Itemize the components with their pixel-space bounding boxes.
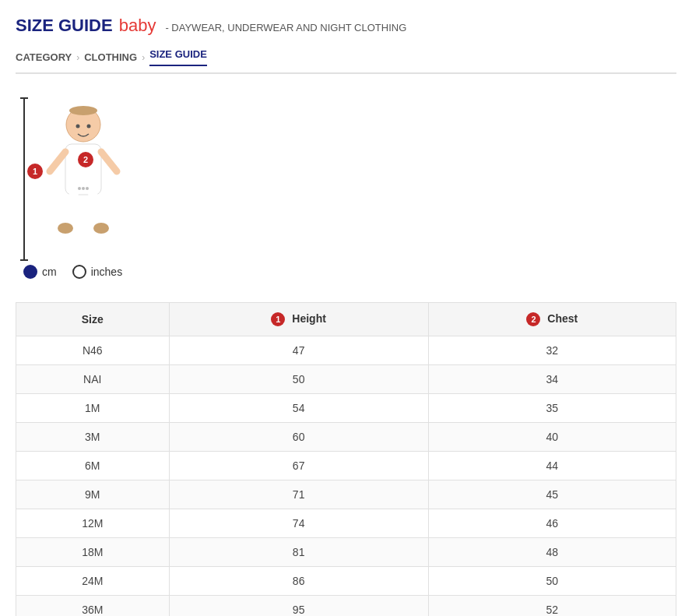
table-row: 6M6744 — [16, 452, 676, 480]
unit-cm[interactable]: cm — [23, 265, 57, 279]
table-row: 24M8650 — [16, 567, 676, 596]
svg-line-5 — [68, 193, 74, 226]
unit-inches-label: inches — [91, 266, 122, 278]
cell-height: 74 — [169, 509, 428, 538]
table-row: 1M5435 — [16, 394, 676, 423]
title-sub: baby — [119, 16, 156, 36]
cell-size: 6M — [16, 452, 170, 480]
unit-cm-label: cm — [42, 266, 57, 278]
cell-size: 9M — [16, 480, 170, 509]
cell-height: 71 — [169, 480, 428, 509]
cell-chest: 35 — [428, 394, 676, 423]
breadcrumb: CATEGORY › CLOTHING › SIZE GUIDE — [16, 48, 676, 74]
cell-size: 36M — [16, 596, 170, 616]
page-title: SIZE GUIDE baby - DAYWEAR, UNDERWEAR AND… — [16, 16, 676, 36]
col-height-badge: 1 — [271, 312, 285, 326]
svg-line-4 — [101, 152, 117, 171]
cell-chest: 40 — [428, 423, 676, 452]
breadcrumb-sep-2: › — [142, 52, 145, 63]
col-chest: 2 Chest — [428, 303, 676, 336]
breadcrumb-size-guide: SIZE GUIDE — [149, 48, 207, 66]
radio-cm-icon — [23, 265, 37, 279]
unit-selector: cm inches — [23, 265, 676, 279]
svg-point-10 — [87, 125, 91, 128]
cell-height: 67 — [169, 452, 428, 480]
baby-figure — [40, 101, 126, 248]
cell-height: 50 — [169, 365, 428, 394]
unit-inches[interactable]: inches — [72, 265, 122, 279]
cell-size: 1M — [16, 394, 170, 423]
cell-chest: 34 — [428, 365, 676, 394]
table-row: N464732 — [16, 336, 676, 365]
table-header-row: Size 1 Height 2 Chest — [16, 303, 676, 336]
table-row: 18M8148 — [16, 538, 676, 567]
breadcrumb-sep-1: › — [76, 52, 79, 63]
cell-size: 12M — [16, 509, 170, 538]
svg-point-12 — [82, 187, 85, 190]
cell-height: 95 — [169, 596, 428, 616]
table-row: 9M7145 — [16, 480, 676, 509]
cell-size: N46 — [16, 336, 170, 365]
svg-line-3 — [50, 152, 65, 171]
breadcrumb-category[interactable]: CATEGORY — [16, 51, 72, 63]
cell-chest: 45 — [428, 480, 676, 509]
cell-size: NAI — [16, 365, 170, 394]
svg-point-11 — [78, 187, 81, 190]
cell-chest: 32 — [428, 336, 676, 365]
table-row: 3M6040 — [16, 423, 676, 452]
badge-1: 1 — [27, 164, 43, 179]
cell-height: 54 — [169, 394, 428, 423]
svg-point-8 — [93, 223, 109, 234]
figure-area: 1 2 — [23, 97, 132, 261]
cell-chest: 44 — [428, 452, 676, 480]
cell-size: 24M — [16, 567, 170, 596]
col-size: Size — [16, 303, 170, 336]
svg-point-9 — [76, 125, 80, 128]
breadcrumb-clothing[interactable]: CLOTHING — [84, 51, 137, 63]
title-main: SIZE GUIDE — [16, 16, 113, 36]
cell-chest: 50 — [428, 567, 676, 596]
svg-point-1 — [69, 106, 97, 115]
badge-2: 2 — [78, 152, 93, 167]
radio-inches-icon — [72, 265, 86, 279]
cell-height: 86 — [169, 567, 428, 596]
title-desc: - DAYWEAR, UNDERWEAR AND NIGHT CLOTHING — [165, 22, 406, 33]
col-height: 1 Height — [169, 303, 428, 336]
svg-line-6 — [93, 193, 99, 226]
table-row: NAI5034 — [16, 365, 676, 394]
cell-size: 18M — [16, 538, 170, 567]
cell-size: 3M — [16, 423, 170, 452]
page-wrapper: SIZE GUIDE baby - DAYWEAR, UNDERWEAR AND… — [0, 0, 692, 616]
cell-height: 60 — [169, 423, 428, 452]
cell-height: 81 — [169, 538, 428, 567]
col-chest-badge: 2 — [526, 312, 540, 326]
table-row: 12M7446 — [16, 509, 676, 538]
cell-chest: 48 — [428, 538, 676, 567]
cell-chest: 52 — [428, 596, 676, 616]
cell-height: 47 — [169, 336, 428, 365]
cell-chest: 46 — [428, 509, 676, 538]
height-measurement-line — [23, 97, 25, 261]
size-table: Size 1 Height 2 Chest N464732NAI50341M54… — [16, 302, 676, 616]
svg-point-7 — [58, 223, 73, 234]
svg-point-13 — [86, 187, 89, 190]
table-row: 36M9552 — [16, 596, 676, 616]
